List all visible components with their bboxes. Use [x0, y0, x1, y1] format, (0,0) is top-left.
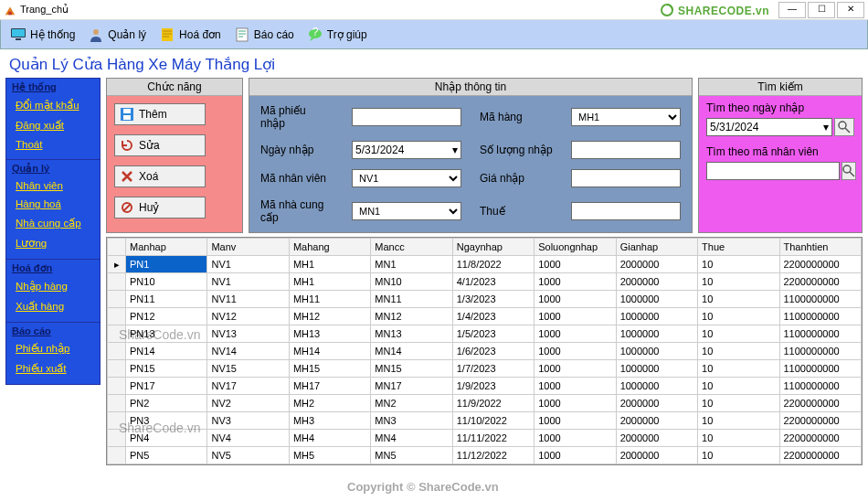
table-cell[interactable]: MH11	[289, 291, 370, 308]
menu-help[interactable]: ? Trợ giúp	[307, 27, 367, 43]
sidebar-link[interactable]: Đăng xuất	[12, 115, 94, 135]
table-cell[interactable]: PN1	[126, 256, 207, 273]
search-emp-button[interactable]	[842, 162, 856, 180]
sidebar-link[interactable]: Lương	[12, 233, 94, 253]
table-cell[interactable]: 1000000	[616, 343, 697, 360]
column-header[interactable]: Manhap	[126, 239, 207, 256]
column-header[interactable]: Soluongnhap	[535, 239, 616, 256]
table-cell[interactable]: 2200000000	[779, 395, 862, 412]
table-cell[interactable]: 11/9/2022	[452, 395, 534, 412]
table-cell[interactable]: 1100000000	[779, 360, 862, 378]
table-cell[interactable]: PN11	[126, 291, 207, 308]
table-cell[interactable]: NV3	[207, 412, 289, 430]
table-cell[interactable]: PN14	[126, 343, 207, 360]
table-cell[interactable]: 2000000	[616, 256, 697, 273]
table-cell[interactable]: PN2	[126, 395, 207, 412]
table-cell[interactable]: 10	[698, 325, 779, 343]
table-cell[interactable]: NV11	[207, 291, 289, 308]
menu-invoice[interactable]: Hoá đơn	[159, 27, 221, 43]
table-row[interactable]: PN5NV5MH5MN511/12/2022100020000001022000…	[108, 447, 862, 464]
table-cell[interactable]: MH1	[289, 256, 370, 273]
table-cell[interactable]: MN14	[371, 343, 452, 360]
table-cell[interactable]: MH5	[289, 447, 370, 464]
table-cell[interactable]: 1/5/2023	[452, 325, 534, 343]
table-cell[interactable]: PN12	[126, 308, 207, 325]
cancel-button[interactable]: Huỷ	[114, 197, 206, 219]
table-row[interactable]: PN14NV14MH14MN141/6/20231000100000010110…	[108, 343, 862, 360]
minimize-button[interactable]: —	[778, 2, 806, 18]
table-cell[interactable]: MH17	[289, 378, 370, 395]
table-cell[interactable]: 1/3/2023	[452, 291, 534, 308]
table-cell[interactable]: PN15	[126, 360, 207, 378]
table-cell[interactable]: 1100000000	[779, 378, 862, 395]
table-row[interactable]: ▸PN1NV1MH1MN111/8/2022100020000001022000…	[108, 256, 862, 273]
table-cell[interactable]: 2200000000	[779, 447, 862, 464]
table-cell[interactable]: MH3	[289, 412, 370, 430]
table-cell[interactable]: 2200000000	[779, 430, 862, 447]
column-header[interactable]: Manv	[207, 239, 289, 256]
table-cell[interactable]: NV5	[207, 447, 289, 464]
table-cell[interactable]: MN4	[371, 430, 452, 447]
column-header[interactable]: Mahang	[289, 239, 370, 256]
sidebar-link[interactable]: Nhà cung cấp	[12, 213, 94, 233]
table-cell[interactable]: 1000	[535, 430, 616, 447]
table-cell[interactable]: 2200000000	[779, 256, 862, 273]
column-header[interactable]: Thue	[698, 239, 779, 256]
input-search-emp[interactable]	[706, 162, 840, 180]
menu-system[interactable]: Hệ thống	[10, 27, 75, 43]
table-cell[interactable]: 1100000000	[779, 308, 862, 325]
table-cell[interactable]: 1000	[535, 343, 616, 360]
data-grid[interactable]: ManhapManvMahangManccNgaynhapSoluongnhap…	[106, 237, 863, 465]
maximize-button[interactable]: ☐	[808, 2, 835, 18]
table-cell[interactable]: MN5	[371, 447, 452, 464]
table-cell[interactable]: 1000	[535, 360, 616, 378]
date-search[interactable]: 5/31/2024▾	[706, 118, 832, 136]
table-row[interactable]: PN12NV12MH12MN121/4/20231000100000010110…	[108, 308, 862, 325]
table-cell[interactable]: NV17	[207, 378, 289, 395]
table-cell[interactable]: NV1	[207, 273, 289, 291]
select-mahang[interactable]: MH1	[571, 108, 681, 126]
add-button[interactable]: Thêm	[114, 103, 206, 125]
table-cell[interactable]: MH13	[289, 325, 370, 343]
table-cell[interactable]: 1100000000	[779, 291, 862, 308]
table-cell[interactable]: 10	[698, 395, 779, 412]
table-cell[interactable]: 1000	[535, 273, 616, 291]
table-cell[interactable]: 10	[698, 343, 779, 360]
table-cell[interactable]: 10	[698, 360, 779, 378]
table-cell[interactable]: 2200000000	[779, 412, 862, 430]
table-cell[interactable]: 1000	[535, 308, 616, 325]
table-cell[interactable]: PN17	[126, 378, 207, 395]
table-cell[interactable]: 1000000	[616, 291, 697, 308]
search-date-button[interactable]	[834, 118, 854, 136]
sidebar-link[interactable]: Phiếu xuất	[12, 358, 94, 378]
table-cell[interactable]: 1000	[535, 325, 616, 343]
table-cell[interactable]: MN1	[371, 256, 452, 273]
table-cell[interactable]: 11/10/2022	[452, 412, 534, 430]
input-gianhap[interactable]	[571, 169, 681, 187]
table-cell[interactable]: 11/11/2022	[452, 430, 534, 447]
column-header[interactable]: Mancc	[371, 239, 452, 256]
table-cell[interactable]: MH14	[289, 343, 370, 360]
table-cell[interactable]: 4/1/2023	[452, 273, 534, 291]
table-cell[interactable]: NV4	[207, 430, 289, 447]
table-cell[interactable]: PN13	[126, 325, 207, 343]
table-cell[interactable]: 2000000	[616, 412, 697, 430]
table-cell[interactable]: MH4	[289, 430, 370, 447]
table-row[interactable]: PN4NV4MH4MN411/11/2022100020000001022000…	[108, 430, 862, 447]
table-cell[interactable]: NV2	[207, 395, 289, 412]
table-row[interactable]: PN3NV3MH3MN311/10/2022100020000001022000…	[108, 412, 862, 430]
table-cell[interactable]: MH12	[289, 308, 370, 325]
menu-report[interactable]: Báo cáo	[234, 27, 294, 43]
table-cell[interactable]: 1000	[535, 256, 616, 273]
delete-button[interactable]: Xoá	[114, 165, 206, 187]
table-cell[interactable]: MH15	[289, 360, 370, 378]
sidebar-link[interactable]: Thoát	[12, 135, 94, 154]
sidebar-link[interactable]: Nhân viên	[12, 176, 94, 195]
table-cell[interactable]: MN10	[371, 273, 452, 291]
table-cell[interactable]: 1/9/2023	[452, 378, 534, 395]
sidebar-link[interactable]: Nhập hàng	[12, 276, 94, 296]
table-cell[interactable]: 11/8/2022	[452, 256, 534, 273]
table-cell[interactable]: MN3	[371, 412, 452, 430]
table-cell[interactable]: MH2	[289, 395, 370, 412]
table-row[interactable]: PN15NV15MH15MN151/7/20231000100000010110…	[108, 360, 862, 378]
